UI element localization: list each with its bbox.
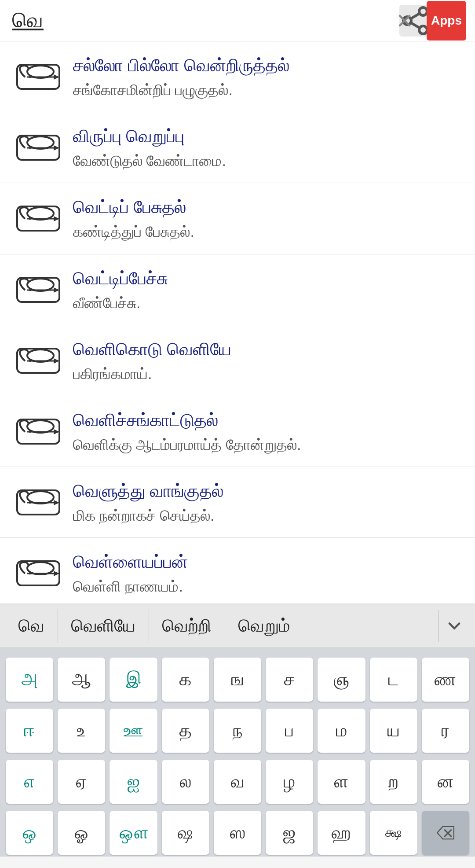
pointing-hand-icon (14, 125, 62, 164)
keyboard-row-1: அ ஆ இ க ங ச ஞ ட ண (0, 656, 475, 703)
list-item[interactable]: வெளிச்சங்காட்டுதல் வெளிக்கு ஆடம்பரமாய்த்… (0, 396, 475, 467)
key-ள[interactable]: ள (318, 760, 365, 804)
results-list: சல்லோ பில்லோ வென்றிருத்தல் சங்கோசமின்றிப… (0, 41, 475, 604)
key-ஔ[interactable]: ஔ (110, 811, 157, 855)
list-item[interactable]: வெளிகொடு வெளியே பகிரங்கமாய். (0, 325, 475, 396)
key-ஈ[interactable]: ஈ (6, 709, 53, 753)
key-க்ஷ[interactable]: க்ஷ (370, 811, 417, 855)
pointing-hand-icon (14, 267, 62, 306)
list-item[interactable]: வெள்ளையப்பன் வெள்ளி நாணயம். (0, 538, 475, 603)
suggestions-expand-button[interactable] (438, 610, 470, 642)
item-text: வெளிச்சங்காட்டுதல் வெளிக்கு ஆடம்பரமாய்த்… (73, 408, 301, 454)
key-த[interactable]: த (162, 709, 209, 753)
item-subtitle: கண்டித்துப் பேசுதல். (73, 222, 194, 241)
suggestion-chip-0[interactable]: வெ (5, 609, 58, 643)
item-subtitle: சங்கோசமின்றிப் பழுகுதல். (73, 80, 289, 99)
item-subtitle: வெள்ளி நாணயம். (73, 577, 188, 596)
svg-point-8 (27, 66, 54, 78)
backspace-key[interactable] (422, 811, 469, 855)
key-ழ[interactable]: ழ (266, 760, 313, 804)
apps-label: Apps (431, 14, 462, 28)
item-text: வெட்டிப்பேச்சு வீண்பேச்சு. (73, 267, 168, 313)
pointing-hand-icon (14, 550, 62, 590)
item-title: வெள்ளையப்பன் (73, 550, 188, 573)
list-item[interactable]: விருப்பு வெறுப்பு வேண்டுதல் வேண்டாமை. (0, 112, 475, 183)
pointing-hand-icon (14, 338, 62, 377)
pointing-hand-icon (14, 408, 62, 448)
key-இ[interactable]: இ (110, 658, 157, 702)
key-ஒ[interactable]: ஒ (6, 811, 53, 855)
key-க[interactable]: க (162, 658, 209, 702)
suggestion-chip-3[interactable]: வெறும் (225, 609, 303, 643)
keyboard: அ ஆ இ க ங ச ஞ ட ண ஈ உ ஊ த ந ப ம ய ர எ ஏ … (0, 648, 475, 857)
key-ஸ[interactable]: ஸ (214, 811, 261, 855)
svg-point-12 (27, 136, 54, 149)
list-item[interactable]: வெளுத்து வாங்குதல் மிக நன்றாகச் செய்தல். (0, 467, 475, 538)
key-ஓ[interactable]: ஓ (58, 811, 105, 855)
key-ஞ[interactable]: ஞ (318, 658, 365, 702)
key-ச[interactable]: ச (266, 658, 313, 702)
item-text: சல்லோ பில்லோ வென்றிருத்தல் சங்கோசமின்றிப… (73, 54, 289, 99)
pointing-hand-icon (14, 54, 62, 93)
list-item[interactable]: சல்லோ பில்லோ வென்றிருத்தல் சங்கோசமின்றிப… (0, 41, 475, 112)
keyboard-row-4: ஒ ஓ ஔ ஷ ஸ ஜ ஹ க்ஷ (0, 809, 475, 857)
item-title: வெளுத்து வாங்குதல் (73, 479, 223, 502)
key-எ[interactable]: எ (6, 760, 53, 804)
key-ஷ[interactable]: ஷ (162, 811, 209, 855)
svg-point-16 (27, 207, 54, 220)
list-item[interactable]: வெட்டிப்பேச்சு வீண்பேச்சு. (0, 254, 475, 325)
key-ஊ[interactable]: ஊ (110, 709, 157, 753)
item-subtitle: மிக நன்றாகச் செய்தல். (73, 506, 223, 525)
svg-point-24 (27, 349, 54, 362)
key-ஹ[interactable]: ஹ (318, 811, 365, 855)
key-ய[interactable]: ய (370, 709, 417, 753)
key-ஏ[interactable]: ஏ (58, 760, 105, 804)
item-text: விருப்பு வெறுப்பு வேண்டுதல் வேண்டாமை. (73, 125, 226, 170)
apps-button[interactable]: Apps (427, 1, 466, 40)
key-ல[interactable]: ல (162, 760, 209, 804)
item-title: விருப்பு வெறுப்பு (73, 125, 226, 147)
key-ட[interactable]: ட (370, 658, 417, 702)
item-title: வெளிச்சங்காட்டுதல் (73, 408, 301, 431)
svg-point-20 (27, 279, 54, 291)
key-ஐ[interactable]: ஐ (110, 760, 157, 804)
item-title: வெட்டிப் பேசுதல் (73, 195, 194, 218)
key-ன[interactable]: ன (422, 760, 469, 804)
svg-point-28 (27, 420, 54, 433)
item-subtitle: வீண்பேச்சு. (73, 293, 168, 313)
item-subtitle: வேண்டுதல் வேண்டாமை. (73, 151, 226, 170)
suggestion-chip-1[interactable]: வெளியே (58, 609, 149, 643)
key-ப[interactable]: ப (266, 709, 313, 753)
key-உ[interactable]: உ (58, 709, 105, 753)
key-ற[interactable]: ற (370, 760, 417, 804)
item-title: வெளிகொடு வெளியே (73, 338, 231, 360)
item-text: வெட்டிப் பேசுதல் கண்டித்துப் பேசுதல். (73, 195, 194, 241)
key-அ[interactable]: அ (6, 658, 53, 702)
item-text: வெளுத்து வாங்குதல் மிக நன்றாகச் செய்தல். (73, 479, 223, 525)
key-ஜ[interactable]: ஜ (266, 811, 313, 855)
key-ர[interactable]: ர (422, 709, 469, 753)
item-subtitle: பகிரங்கமாய். (73, 364, 231, 383)
item-text: வெளிகொடு வெளியே பகிரங்கமாய். (73, 338, 231, 383)
svg-point-36 (27, 562, 54, 574)
close-button[interactable] (391, 7, 418, 34)
item-text: வெள்ளையப்பன் வெள்ளி நாணயம். (73, 550, 188, 596)
suggestion-chip-2[interactable]: வெற்றி (149, 609, 225, 643)
suggestions-bar: வெ வெளியே வெற்றி வெறும் (0, 604, 475, 648)
key-வ[interactable]: வ (214, 760, 261, 804)
key-ங[interactable]: ங (214, 658, 261, 702)
search-bar: வெ Apps (0, 0, 475, 41)
item-title: வெட்டிப்பேச்சு (73, 267, 168, 290)
keyboard-row-2: ஈ உ ஊ த ந ப ம ய ர (0, 707, 475, 754)
key-ந[interactable]: ந (214, 709, 261, 753)
key-ம[interactable]: ம (318, 709, 365, 753)
key-ண[interactable]: ண (422, 658, 469, 702)
item-title: சல்லோ பில்லோ வென்றிருத்தல் (73, 54, 289, 77)
svg-point-32 (27, 491, 54, 504)
item-subtitle: வெளிக்கு ஆடம்பரமாய்த் தோன்றுதல். (73, 435, 301, 454)
pointing-hand-icon (14, 195, 62, 235)
keyboard-row-3: எ ஏ ஐ ல வ ழ ள ற ன (0, 758, 475, 805)
key-ஆ[interactable]: ஆ (58, 658, 105, 702)
list-item[interactable]: வெட்டிப் பேசுதல் கண்டித்துப் பேசுதல். (0, 183, 475, 254)
pointing-hand-icon (14, 479, 62, 519)
